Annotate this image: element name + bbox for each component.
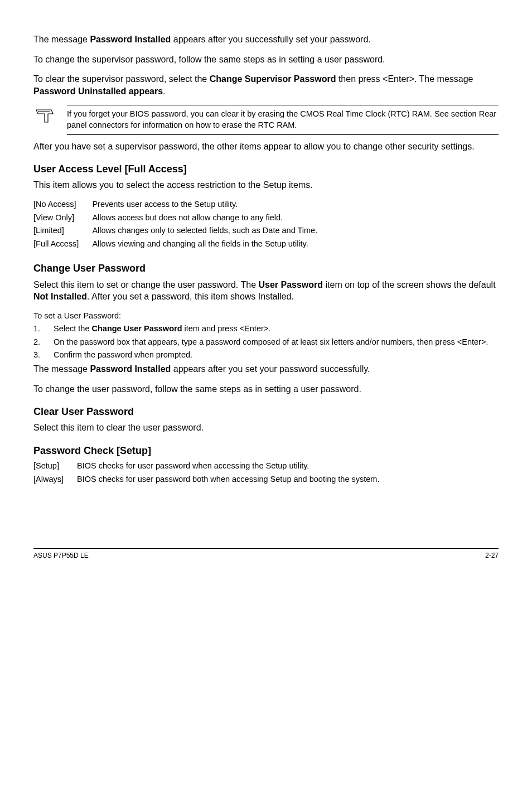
- paragraph: To change the user password, follow the …: [33, 383, 499, 395]
- paragraph: The message Password Installed appears a…: [33, 33, 499, 46]
- bold-text: User Password: [258, 280, 323, 289]
- definition-desc: Allows access but does not allow change …: [92, 212, 317, 226]
- definition-list: [Setup] BIOS checks for user password wh…: [33, 461, 379, 487]
- list-number: 2.: [33, 337, 54, 348]
- heading-password-check: Password Check [Setup]: [33, 444, 499, 457]
- definition-term: [Always]: [33, 474, 77, 487]
- text: appears after you successfully set your …: [171, 35, 370, 44]
- definition-term: [Full Access]: [33, 239, 92, 252]
- definition-row: [Full Access] Allows viewing and changin…: [33, 239, 317, 252]
- list-body: On the password box that appears, type a…: [54, 337, 499, 348]
- list-item: 3. Confirm the password when prompted.: [33, 350, 499, 361]
- definition-term: [No Access]: [33, 199, 92, 212]
- definition-term: [View Only]: [33, 212, 92, 226]
- definition-row: [View Only] Allows access but does not a…: [33, 212, 317, 226]
- list-item: 2. On the password box that appears, typ…: [33, 337, 499, 348]
- definition-desc: BIOS checks for user password both when …: [77, 474, 379, 487]
- definition-desc: Prevents user access to the Setup utilit…: [92, 199, 317, 212]
- list-item: 1. Select the Change User Password item …: [33, 323, 499, 335]
- definition-row: [Setup] BIOS checks for user password wh…: [33, 461, 379, 474]
- paragraph: The message Password Installed appears a…: [33, 363, 499, 375]
- text: appears after you set your password succ…: [171, 364, 370, 374]
- bold-text: Change User Password: [92, 324, 182, 333]
- heading-clear-user-password: Clear User Password: [33, 405, 499, 418]
- definition-term: [Limited]: [33, 225, 92, 239]
- heading-change-user-password: Change User Password: [33, 262, 499, 275]
- list-body: Confirm the password when prompted.: [54, 350, 499, 361]
- definition-desc: Allows changes only to selected fields, …: [92, 225, 317, 239]
- paragraph: After you have set a supervisor password…: [33, 141, 499, 153]
- footer-left: ASUS P7P55D LE: [33, 551, 89, 560]
- lead-text: To set a User Password:: [33, 311, 499, 322]
- paragraph: To clear the supervisor password, select…: [33, 73, 499, 97]
- page-footer: ASUS P7P55D LE 2-27: [33, 548, 499, 560]
- bold-text: Password Installed: [90, 35, 171, 44]
- bold-text: Password Uninstalled appears: [33, 86, 163, 96]
- text: item on top of the screen shows the defa…: [323, 280, 496, 289]
- definition-row: [Always] BIOS checks for user password b…: [33, 474, 379, 487]
- definition-term: [Setup]: [33, 461, 77, 474]
- definition-list: [No Access] Prevents user access to the …: [33, 199, 317, 252]
- paragraph: This item allows you to select the acces…: [33, 179, 499, 191]
- text: To clear the supervisor password, select…: [33, 74, 210, 84]
- definition-row: [No Access] Prevents user access to the …: [33, 199, 317, 212]
- list-number: 1.: [33, 323, 54, 335]
- bold-text: Not Installed: [33, 292, 87, 301]
- text: The message: [33, 35, 90, 44]
- note-text: If you forget your BIOS password, you ca…: [67, 105, 499, 134]
- list-body: Select the Change User Password item and…: [54, 323, 499, 335]
- paragraph: Select this item to clear the user passw…: [33, 422, 499, 434]
- definition-desc: Allows viewing and changing all the fiel…: [92, 239, 317, 252]
- text: Select this item to set or change the us…: [33, 280, 258, 289]
- bold-text: Password Installed: [90, 364, 171, 374]
- text: then press <Enter>. The message: [336, 74, 473, 84]
- list-number: 3.: [33, 350, 54, 361]
- paragraph: To change the supervisor password, follo…: [33, 54, 499, 66]
- note-block: If you forget your BIOS password, you ca…: [33, 105, 499, 134]
- definition-row: [Limited] Allows changes only to selecte…: [33, 225, 317, 239]
- text: Select the: [54, 324, 92, 333]
- text: . After you set a password, this item sh…: [87, 292, 294, 301]
- text: .: [163, 86, 165, 96]
- paragraph: Select this item to set or change the us…: [33, 279, 499, 303]
- note-icon: [33, 105, 56, 125]
- text: item and press <Enter>.: [182, 324, 271, 333]
- text: The message: [33, 364, 90, 374]
- bold-text: Change Supervisor Password: [210, 74, 336, 84]
- heading-user-access-level: User Access Level [Full Access]: [33, 162, 499, 176]
- footer-right: 2-27: [485, 551, 499, 560]
- ordered-list: 1. Select the Change User Password item …: [33, 323, 499, 361]
- definition-desc: BIOS checks for user password when acces…: [77, 461, 379, 474]
